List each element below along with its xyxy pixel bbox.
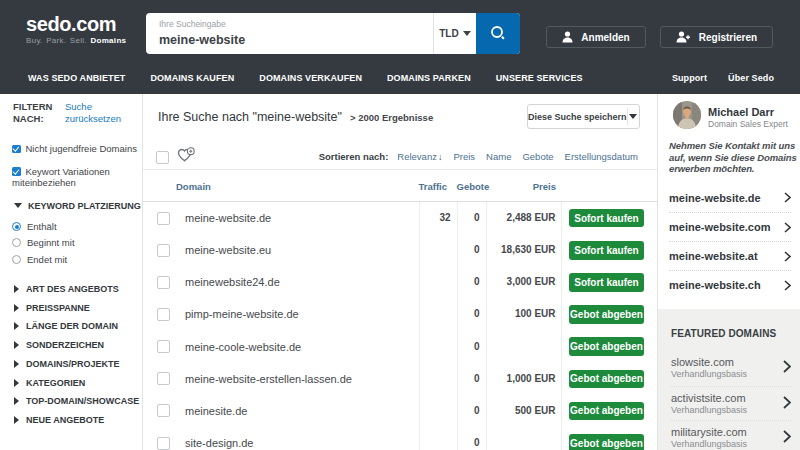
- filter-section-sonderzeichen[interactable]: SONDERZEICHEN: [14, 340, 104, 350]
- search-input-value: meine-website: [159, 32, 433, 48]
- results-area: Ihre Suche nach "meine-website"> 2000 Er…: [143, 94, 657, 450]
- filter-section-keyword-platzierung[interactable]: KEYWORD PLATZIERUNG: [14, 201, 141, 211]
- triangle-down-icon: [14, 203, 22, 208]
- radio-icon[interactable]: [12, 238, 21, 247]
- register-label: Registrieren: [699, 32, 757, 43]
- filter-section-art-des-angebots[interactable]: ART DES ANGEBOTS: [14, 284, 119, 294]
- place-bid-button[interactable]: Gebot abgeben: [569, 337, 644, 356]
- broker-domain-item[interactable]: meine-website.de: [669, 183, 791, 212]
- featured-domain-item[interactable]: slowsite.com Verhandlungsbasis: [671, 351, 791, 386]
- filter-section-top-domain-showcase[interactable]: TOP-DOMAIN/SHOWCASE: [14, 396, 139, 406]
- checkbox-checked-icon[interactable]: [12, 167, 21, 176]
- broker-avatar: [673, 101, 701, 129]
- domain-link[interactable]: meine-website.de: [185, 202, 271, 234]
- place-bid-button[interactable]: Gebot abgeben: [569, 402, 644, 421]
- tld-label: TLD: [439, 28, 458, 39]
- domain-link[interactable]: pimp-meine-website.de: [185, 298, 299, 330]
- row-checkbox[interactable]: [157, 437, 170, 450]
- search-button[interactable]: [476, 13, 520, 54]
- sort-option-name[interactable]: Name: [486, 151, 511, 162]
- filter-section-domains-projekte[interactable]: DOMAINS/PROJEKTE: [14, 359, 120, 369]
- column-header-traffic[interactable]: Traffic: [419, 170, 457, 203]
- broker-domain-item[interactable]: meine-website.at: [669, 241, 791, 270]
- table-header: Domain Traffic Gebote Preis: [143, 169, 657, 202]
- nav-item-ueber-sedo[interactable]: Über Sedo: [728, 73, 774, 83]
- row-checkbox[interactable]: [157, 212, 170, 225]
- filter-checkbox-adult[interactable]: Nicht jugendfreie Domains: [12, 143, 139, 155]
- domain-link[interactable]: meine-website-erstellen-lassen.de: [185, 363, 352, 395]
- nav-item-domains-verkaufen[interactable]: DOMAINS VERKAUFEN: [259, 73, 362, 83]
- broker-domain-item[interactable]: meine-website.ch: [669, 270, 791, 299]
- price-cell: 100 EUR: [486, 298, 561, 330]
- login-button[interactable]: Anmelden: [546, 26, 646, 48]
- featured-domain-item[interactable]: militarysite.com Verhandlungsbasis: [671, 420, 791, 450]
- sort-label: Sortieren nach:: [319, 151, 389, 162]
- bids-cell: 0: [457, 234, 487, 266]
- sedo-logo[interactable]: sedo.com Buy. Park. Sell. Domains: [26, 13, 126, 45]
- save-search-dropdown[interactable]: [627, 114, 639, 119]
- checkbox-checked-icon[interactable]: [12, 145, 21, 154]
- place-bid-button[interactable]: Gebot abgeben: [569, 370, 644, 389]
- sort-option-gebote[interactable]: Gebote: [522, 151, 553, 162]
- filter-section-laenge-der-domain[interactable]: LÄNGE DER DOMAIN: [14, 321, 118, 331]
- featured-domain-item[interactable]: activistsite.com Verhandlungsbasis: [671, 386, 791, 421]
- select-all-checkbox[interactable]: [156, 151, 169, 164]
- chevron-right-icon: [784, 222, 791, 233]
- nav-item-domains-parken[interactable]: DOMAINS PARKEN: [387, 73, 471, 83]
- row-checkbox[interactable]: [157, 308, 170, 321]
- sort-option-preis[interactable]: Preis: [453, 151, 475, 162]
- nav-item-unsere-services[interactable]: UNSERE SERVICES: [496, 73, 583, 83]
- buy-now-button[interactable]: Sofort kaufen: [569, 241, 644, 260]
- register-button[interactable]: Registrieren: [660, 26, 773, 48]
- place-bid-button[interactable]: Gebot abgeben: [569, 434, 644, 450]
- table-row: pimp-meine-website.de 0 100 EUR Gebot ab…: [143, 298, 657, 330]
- triangle-right-icon: [14, 285, 19, 293]
- buy-now-button[interactable]: Sofort kaufen: [569, 273, 644, 292]
- row-checkbox[interactable]: [157, 244, 170, 257]
- filter-section-kategorien[interactable]: KATEGORIEN: [14, 378, 85, 388]
- column-header-gebote[interactable]: Gebote: [457, 170, 487, 203]
- sort-option-relevanz[interactable]: Relevanz↓: [397, 151, 442, 162]
- filter-section-neue-angebote[interactable]: NEUE ANGEBOTE: [14, 415, 104, 425]
- radio-selected-icon[interactable]: [12, 222, 21, 231]
- nav-item-support[interactable]: Support: [672, 73, 707, 83]
- row-checkbox[interactable]: [157, 404, 170, 417]
- filter-checkbox-variations[interactable]: Keywort Variationen miteinbeziehen: [12, 166, 139, 189]
- chevron-right-icon: [784, 192, 791, 203]
- row-checkbox[interactable]: [157, 340, 170, 353]
- save-search-button[interactable]: Diese Suche speichern: [527, 104, 640, 129]
- search-input[interactable]: Ihre Sucheingabe meine-website: [146, 13, 433, 54]
- domain-link[interactable]: meine-website.eu: [185, 234, 271, 266]
- filter-section-preisspanne[interactable]: PREISSPANNE: [14, 303, 90, 313]
- column-header-preis[interactable]: Preis: [486, 170, 561, 203]
- sort-option-erstellungsdatum[interactable]: Erstellungsdatum: [565, 151, 638, 162]
- broker-sidebar: Michael Darr Domain Sales Expert Nehmen …: [657, 94, 800, 450]
- table-row: meine-website.de 32 0 2,488 EUR Sofort k…: [143, 202, 657, 234]
- nav-item-domains-kaufen[interactable]: DOMAINS KAUFEN: [150, 73, 234, 83]
- sort-desc-icon: ↓: [438, 152, 443, 162]
- watchlist-heart-plus-icon[interactable]: [177, 147, 196, 168]
- table-row: meinesite.de 0 500 EUR Gebot abgeben: [143, 395, 657, 427]
- nav-item-was-sedo-anbietet[interactable]: WAS SEDO ANBIETET: [28, 73, 125, 83]
- radio-endet-mit[interactable]: Endet mit: [12, 254, 67, 265]
- bids-cell: 0: [457, 298, 487, 330]
- domain-link[interactable]: site-design.de: [185, 427, 254, 450]
- triangle-right-icon: [14, 416, 19, 424]
- domain-link[interactable]: meinewebsite24.de: [185, 266, 280, 298]
- reset-search-link[interactable]: Suche zurücksetzen: [65, 101, 135, 124]
- domain-link[interactable]: meinesite.de: [185, 395, 247, 427]
- radio-beginnt-mit[interactable]: Beginnt mit: [12, 237, 75, 248]
- buy-now-button[interactable]: Sofort kaufen: [569, 209, 644, 228]
- results-header: Ihre Suche nach "meine-website"> 2000 Er…: [158, 110, 433, 124]
- radio-icon[interactable]: [12, 255, 21, 264]
- tld-dropdown[interactable]: TLD: [433, 13, 476, 54]
- row-checkbox[interactable]: [157, 276, 170, 289]
- price-cell: 500 EUR: [486, 395, 561, 427]
- broker-domain-item[interactable]: meine-website.com: [669, 212, 791, 241]
- column-header-domain[interactable]: Domain: [176, 170, 211, 203]
- search-input-label: Ihre Sucheingabe: [159, 19, 433, 29]
- domain-link[interactable]: meine-coole-website.de: [185, 331, 301, 363]
- row-checkbox[interactable]: [157, 372, 170, 385]
- place-bid-button[interactable]: Gebot abgeben: [569, 305, 644, 324]
- radio-enthaelt[interactable]: Enthält: [12, 221, 57, 232]
